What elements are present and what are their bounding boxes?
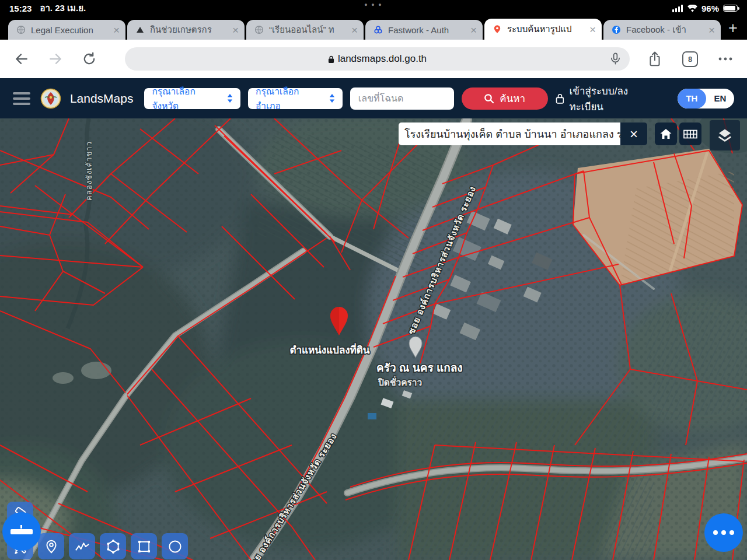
lang-th-button[interactable]: TH xyxy=(678,89,706,108)
tab-fastwork[interactable]: Fastwork - Auth × xyxy=(365,20,483,40)
lang-en-button[interactable]: EN xyxy=(706,89,734,108)
polyline-measure-button[interactable] xyxy=(69,533,95,559)
grid-view-button[interactable] xyxy=(679,123,701,145)
back-button[interactable] xyxy=(14,51,29,66)
cellular-signal-icon xyxy=(672,5,683,12)
ruler-icon xyxy=(11,529,33,534)
search-button-label: ค้นหา xyxy=(500,90,525,106)
parcel-position-label: ตำแหน่งแปลงที่ดิน xyxy=(289,343,369,356)
wifi-icon xyxy=(687,5,697,12)
login-label: เข้าสู่ระบบ/ลงทะเบียน xyxy=(569,83,662,114)
rectangle-icon xyxy=(136,538,152,555)
polyline-icon xyxy=(74,538,90,555)
district-select[interactable]: กรุณาเลือกอำเภอ xyxy=(248,88,343,109)
more-options-fab[interactable] xyxy=(704,513,743,552)
fastwork-icon xyxy=(374,25,383,34)
tab-facebook[interactable]: Facebook - เข้า × xyxy=(603,20,721,40)
tab-title: กินช่วยเกษตรกร xyxy=(150,23,227,37)
new-tab-button[interactable]: + xyxy=(728,19,738,37)
poi-status-label: ปิดชั่วคราว xyxy=(378,376,422,387)
map-pin-icon xyxy=(493,24,502,34)
date: อา. 23 เม.ย. xyxy=(40,1,86,15)
grid-icon xyxy=(683,127,698,141)
clock: 15:23 xyxy=(9,4,32,13)
tab-title: ระบบค้นหารูปแป xyxy=(507,22,584,36)
address-bar[interactable]: landsmaps.dol.go.th xyxy=(125,47,630,71)
tab-legal-execution[interactable]: Legal Execution × xyxy=(8,20,125,40)
satellite-map: คลองชังเค้าขาว ซอย องค์การบริหารส่วนจังห… xyxy=(0,118,747,560)
lock-icon xyxy=(328,55,334,64)
chevron-updown-icon xyxy=(227,94,233,103)
close-icon[interactable]: × xyxy=(708,24,715,36)
browser-menu-icon[interactable] xyxy=(718,51,733,66)
url-text: landsmaps.dol.go.th xyxy=(338,53,427,65)
province-select-label: กรุณาเลือกจังหวัด xyxy=(152,84,222,113)
close-icon[interactable]: × xyxy=(351,24,358,36)
globe-icon xyxy=(254,25,264,34)
map-search-close-button[interactable]: × xyxy=(620,123,647,145)
measure-fab-button[interactable] xyxy=(2,512,41,551)
canal-label: คลองชังเค้าขาว xyxy=(85,141,93,201)
tab-bar: Legal Execution × กินช่วยเกษตรกร × “เรีย… xyxy=(0,16,747,40)
tab-switcher-button[interactable]: 8 xyxy=(682,51,698,67)
deed-number-input[interactable] xyxy=(350,88,454,110)
menu-icon[interactable] xyxy=(13,92,30,105)
tab-landsmaps-active[interactable]: ระบบค้นหารูปแป × xyxy=(484,19,602,40)
close-icon[interactable]: × xyxy=(589,24,596,35)
battery-percent: 96% xyxy=(701,4,719,13)
language-toggle: TH EN xyxy=(678,89,734,108)
lock-outline-icon xyxy=(556,93,564,104)
marker-tool-button[interactable] xyxy=(38,533,64,559)
circle-icon xyxy=(167,538,183,555)
search-icon xyxy=(484,93,494,104)
layers-button[interactable] xyxy=(710,120,740,150)
close-icon[interactable]: × xyxy=(470,24,477,36)
map-search-box[interactable]: โรงเรียนบ้านทุ่งเค็ด ตำบล บ้านนา อำเภอแก… xyxy=(399,123,620,145)
search-button[interactable]: ค้นหา xyxy=(462,88,548,110)
app-title: LandsMaps xyxy=(70,92,134,106)
forward-button[interactable] xyxy=(48,51,63,66)
battery-icon xyxy=(723,5,738,12)
home-button[interactable] xyxy=(655,123,677,145)
share-icon[interactable] xyxy=(647,51,662,67)
polygon-measure-button[interactable] xyxy=(100,533,126,559)
poi-name-label: ครัว ณ นคร แกลง xyxy=(376,362,463,374)
district-select-label: กรุณาเลือกอำเภอ xyxy=(256,84,324,113)
home-icon xyxy=(659,127,673,141)
map-canvas[interactable]: คลองชังเค้าขาว ซอย องค์การบริหารส่วนจังห… xyxy=(0,118,747,560)
tab-title: Legal Execution xyxy=(31,25,108,35)
chevron-updown-icon xyxy=(329,94,335,103)
circle-measure-button[interactable] xyxy=(162,533,188,559)
tab-learn-online[interactable]: “เรียนออนไลน์” ท × xyxy=(246,20,364,40)
ellipsis-icon xyxy=(713,530,734,535)
reload-button[interactable] xyxy=(82,51,97,66)
tab-title: Facebook - เข้า xyxy=(626,23,703,37)
tab-title: “เรียนออนไลน์” ท xyxy=(269,23,346,37)
tab-kin-chuay[interactable]: กินช่วยเกษตรกร × xyxy=(127,20,245,40)
login-link[interactable]: เข้าสู่ระบบ/ลงทะเบียน xyxy=(556,83,662,114)
layers-icon xyxy=(716,127,734,144)
triangle-icon xyxy=(135,25,145,34)
close-icon[interactable]: × xyxy=(232,24,239,36)
mic-icon[interactable] xyxy=(609,52,622,65)
rectangle-measure-button[interactable] xyxy=(131,533,157,559)
multitask-dots-icon: ● ● ● xyxy=(364,2,382,8)
tab-title: Fastwork - Auth xyxy=(388,25,465,35)
close-icon[interactable]: × xyxy=(113,24,120,36)
status-bar: 15:23 อา. 23 เม.ย. ● ● ● 96% xyxy=(0,0,747,16)
dol-logo xyxy=(40,88,61,109)
polygon-icon xyxy=(105,538,121,555)
province-select[interactable]: กรุณาเลือกจังหวัด xyxy=(144,88,240,109)
browser-toolbar: landsmaps.dol.go.th 8 xyxy=(0,40,747,78)
globe-icon xyxy=(16,25,26,34)
landsmaps-header: LandsMaps กรุณาเลือกจังหวัด กรุณาเลือกอำ… xyxy=(0,78,747,118)
facebook-icon xyxy=(612,25,621,34)
pin-tool-icon xyxy=(44,539,59,554)
